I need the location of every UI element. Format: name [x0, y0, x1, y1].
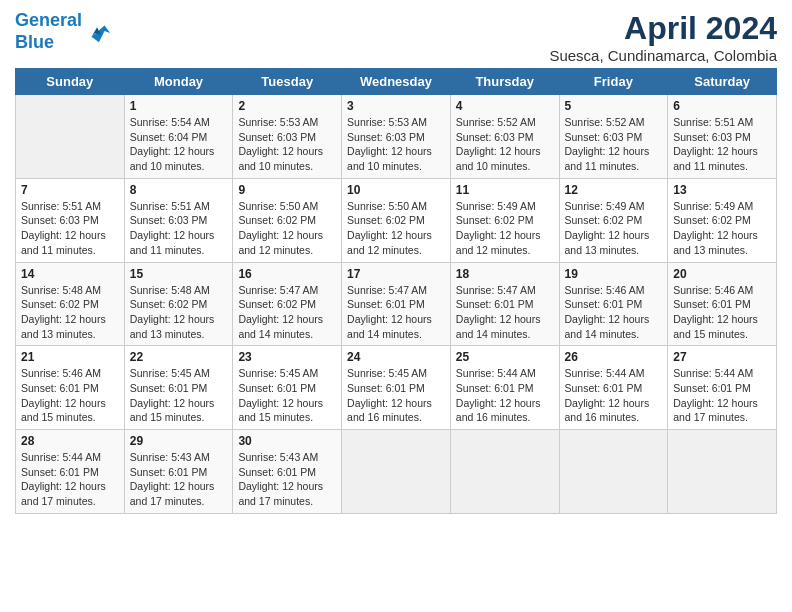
- day-info: Sunrise: 5:51 AMSunset: 6:03 PMDaylight:…: [673, 115, 771, 174]
- day-number: 22: [130, 350, 228, 364]
- calendar-cell: 23Sunrise: 5:45 AMSunset: 6:01 PMDayligh…: [233, 346, 342, 430]
- calendar-week-row: 1Sunrise: 5:54 AMSunset: 6:04 PMDaylight…: [16, 95, 777, 179]
- day-info: Sunrise: 5:50 AMSunset: 6:02 PMDaylight:…: [238, 199, 336, 258]
- day-info: Sunrise: 5:44 AMSunset: 6:01 PMDaylight:…: [565, 366, 663, 425]
- header: GeneralBlue April 2024 Suesca, Cundinama…: [15, 10, 777, 64]
- day-info: Sunrise: 5:44 AMSunset: 6:01 PMDaylight:…: [456, 366, 554, 425]
- calendar-cell: 19Sunrise: 5:46 AMSunset: 6:01 PMDayligh…: [559, 262, 668, 346]
- calendar-week-row: 28Sunrise: 5:44 AMSunset: 6:01 PMDayligh…: [16, 430, 777, 514]
- calendar-header-wednesday: Wednesday: [342, 69, 451, 95]
- day-info: Sunrise: 5:45 AMSunset: 6:01 PMDaylight:…: [130, 366, 228, 425]
- day-number: 27: [673, 350, 771, 364]
- page-container: GeneralBlue April 2024 Suesca, Cundinama…: [0, 0, 792, 524]
- calendar-cell: 30Sunrise: 5:43 AMSunset: 6:01 PMDayligh…: [233, 430, 342, 514]
- calendar-cell: 10Sunrise: 5:50 AMSunset: 6:02 PMDayligh…: [342, 178, 451, 262]
- logo-icon: [84, 18, 112, 46]
- day-info: Sunrise: 5:47 AMSunset: 6:01 PMDaylight:…: [456, 283, 554, 342]
- day-number: 7: [21, 183, 119, 197]
- day-number: 10: [347, 183, 445, 197]
- day-number: 5: [565, 99, 663, 113]
- day-info: Sunrise: 5:43 AMSunset: 6:01 PMDaylight:…: [238, 450, 336, 509]
- day-number: 4: [456, 99, 554, 113]
- day-number: 11: [456, 183, 554, 197]
- calendar-week-row: 14Sunrise: 5:48 AMSunset: 6:02 PMDayligh…: [16, 262, 777, 346]
- calendar-cell: 4Sunrise: 5:52 AMSunset: 6:03 PMDaylight…: [450, 95, 559, 179]
- day-number: 29: [130, 434, 228, 448]
- day-number: 3: [347, 99, 445, 113]
- calendar-cell: 7Sunrise: 5:51 AMSunset: 6:03 PMDaylight…: [16, 178, 125, 262]
- day-number: 12: [565, 183, 663, 197]
- calendar-cell: 1Sunrise: 5:54 AMSunset: 6:04 PMDaylight…: [124, 95, 233, 179]
- subtitle: Suesca, Cundinamarca, Colombia: [549, 47, 777, 64]
- calendar-cell: 26Sunrise: 5:44 AMSunset: 6:01 PMDayligh…: [559, 346, 668, 430]
- day-number: 9: [238, 183, 336, 197]
- day-number: 1: [130, 99, 228, 113]
- day-number: 2: [238, 99, 336, 113]
- day-info: Sunrise: 5:48 AMSunset: 6:02 PMDaylight:…: [21, 283, 119, 342]
- calendar-week-row: 21Sunrise: 5:46 AMSunset: 6:01 PMDayligh…: [16, 346, 777, 430]
- day-info: Sunrise: 5:50 AMSunset: 6:02 PMDaylight:…: [347, 199, 445, 258]
- calendar-cell: 21Sunrise: 5:46 AMSunset: 6:01 PMDayligh…: [16, 346, 125, 430]
- calendar-cell: 17Sunrise: 5:47 AMSunset: 6:01 PMDayligh…: [342, 262, 451, 346]
- calendar-cell: 16Sunrise: 5:47 AMSunset: 6:02 PMDayligh…: [233, 262, 342, 346]
- day-info: Sunrise: 5:47 AMSunset: 6:02 PMDaylight:…: [238, 283, 336, 342]
- day-info: Sunrise: 5:48 AMSunset: 6:02 PMDaylight:…: [130, 283, 228, 342]
- calendar-cell: 25Sunrise: 5:44 AMSunset: 6:01 PMDayligh…: [450, 346, 559, 430]
- day-info: Sunrise: 5:46 AMSunset: 6:01 PMDaylight:…: [673, 283, 771, 342]
- day-number: 8: [130, 183, 228, 197]
- day-info: Sunrise: 5:45 AMSunset: 6:01 PMDaylight:…: [238, 366, 336, 425]
- calendar-cell: 14Sunrise: 5:48 AMSunset: 6:02 PMDayligh…: [16, 262, 125, 346]
- day-info: Sunrise: 5:44 AMSunset: 6:01 PMDaylight:…: [21, 450, 119, 509]
- calendar-cell: 6Sunrise: 5:51 AMSunset: 6:03 PMDaylight…: [668, 95, 777, 179]
- calendar-header-monday: Monday: [124, 69, 233, 95]
- day-number: 28: [21, 434, 119, 448]
- calendar-cell: [16, 95, 125, 179]
- calendar-table: SundayMondayTuesdayWednesdayThursdayFrid…: [15, 68, 777, 514]
- day-info: Sunrise: 5:43 AMSunset: 6:01 PMDaylight:…: [130, 450, 228, 509]
- day-number: 25: [456, 350, 554, 364]
- day-number: 14: [21, 267, 119, 281]
- calendar-header-thursday: Thursday: [450, 69, 559, 95]
- day-info: Sunrise: 5:51 AMSunset: 6:03 PMDaylight:…: [130, 199, 228, 258]
- calendar-cell: [342, 430, 451, 514]
- title-block: April 2024 Suesca, Cundinamarca, Colombi…: [549, 10, 777, 64]
- calendar-cell: 28Sunrise: 5:44 AMSunset: 6:01 PMDayligh…: [16, 430, 125, 514]
- day-info: Sunrise: 5:46 AMSunset: 6:01 PMDaylight:…: [565, 283, 663, 342]
- calendar-cell: 9Sunrise: 5:50 AMSunset: 6:02 PMDaylight…: [233, 178, 342, 262]
- calendar-cell: 12Sunrise: 5:49 AMSunset: 6:02 PMDayligh…: [559, 178, 668, 262]
- day-info: Sunrise: 5:49 AMSunset: 6:02 PMDaylight:…: [456, 199, 554, 258]
- day-info: Sunrise: 5:53 AMSunset: 6:03 PMDaylight:…: [238, 115, 336, 174]
- day-number: 30: [238, 434, 336, 448]
- calendar-cell: 11Sunrise: 5:49 AMSunset: 6:02 PMDayligh…: [450, 178, 559, 262]
- day-number: 15: [130, 267, 228, 281]
- calendar-cell: 15Sunrise: 5:48 AMSunset: 6:02 PMDayligh…: [124, 262, 233, 346]
- calendar-header-tuesday: Tuesday: [233, 69, 342, 95]
- calendar-header-saturday: Saturday: [668, 69, 777, 95]
- calendar-header-row: SundayMondayTuesdayWednesdayThursdayFrid…: [16, 69, 777, 95]
- day-info: Sunrise: 5:51 AMSunset: 6:03 PMDaylight:…: [21, 199, 119, 258]
- calendar-cell: [559, 430, 668, 514]
- day-info: Sunrise: 5:46 AMSunset: 6:01 PMDaylight:…: [21, 366, 119, 425]
- calendar-cell: 2Sunrise: 5:53 AMSunset: 6:03 PMDaylight…: [233, 95, 342, 179]
- calendar-week-row: 7Sunrise: 5:51 AMSunset: 6:03 PMDaylight…: [16, 178, 777, 262]
- calendar-cell: [668, 430, 777, 514]
- main-title: April 2024: [549, 10, 777, 47]
- day-info: Sunrise: 5:54 AMSunset: 6:04 PMDaylight:…: [130, 115, 228, 174]
- calendar-cell: 18Sunrise: 5:47 AMSunset: 6:01 PMDayligh…: [450, 262, 559, 346]
- calendar-cell: 8Sunrise: 5:51 AMSunset: 6:03 PMDaylight…: [124, 178, 233, 262]
- calendar-cell: 24Sunrise: 5:45 AMSunset: 6:01 PMDayligh…: [342, 346, 451, 430]
- day-number: 13: [673, 183, 771, 197]
- day-info: Sunrise: 5:53 AMSunset: 6:03 PMDaylight:…: [347, 115, 445, 174]
- logo-text: GeneralBlue: [15, 10, 82, 53]
- day-info: Sunrise: 5:47 AMSunset: 6:01 PMDaylight:…: [347, 283, 445, 342]
- day-info: Sunrise: 5:44 AMSunset: 6:01 PMDaylight:…: [673, 366, 771, 425]
- calendar-header-friday: Friday: [559, 69, 668, 95]
- day-info: Sunrise: 5:52 AMSunset: 6:03 PMDaylight:…: [456, 115, 554, 174]
- day-info: Sunrise: 5:49 AMSunset: 6:02 PMDaylight:…: [673, 199, 771, 258]
- calendar-cell: 5Sunrise: 5:52 AMSunset: 6:03 PMDaylight…: [559, 95, 668, 179]
- day-number: 17: [347, 267, 445, 281]
- day-number: 18: [456, 267, 554, 281]
- day-info: Sunrise: 5:45 AMSunset: 6:01 PMDaylight:…: [347, 366, 445, 425]
- calendar-cell: 13Sunrise: 5:49 AMSunset: 6:02 PMDayligh…: [668, 178, 777, 262]
- day-number: 20: [673, 267, 771, 281]
